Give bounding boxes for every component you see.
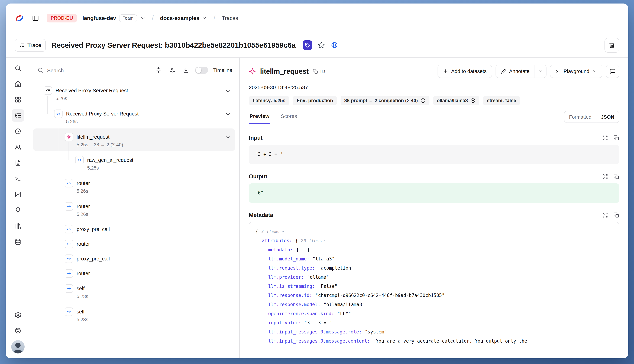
tree-node-router[interactable]: router 5.26s (30, 176, 239, 199)
format-formatted-button[interactable]: Formatted (564, 111, 596, 122)
sidebar-item-users[interactable] (12, 141, 24, 154)
sidebar-item-search[interactable] (12, 62, 24, 74)
generation-sparkle-icon (249, 68, 256, 75)
users-icon (15, 144, 22, 150)
tab-preview[interactable]: Preview (249, 110, 270, 124)
node-name: proxy_pre_call (77, 254, 110, 263)
expand-section-button[interactable] (602, 135, 608, 141)
add-to-datasets-button[interactable]: Add to datasets (438, 64, 492, 78)
plus-circle-icon[interactable] (470, 98, 476, 103)
info-icon[interactable] (420, 98, 426, 103)
tree-node-root[interactable]: Received Proxy Server Request 5.26s (30, 83, 239, 106)
span-arrows-icon (66, 227, 71, 232)
copy-section-button[interactable] (614, 174, 619, 179)
search-input[interactable] (47, 67, 149, 73)
sidebar-item-database[interactable] (12, 236, 24, 248)
project-switcher[interactable]: docs-examples (160, 15, 207, 21)
span-arrows-icon (66, 242, 71, 246)
token-usage-badge: 38 prompt → 2 completion (Σ 40) (340, 96, 429, 105)
expand-section-button[interactable] (602, 174, 608, 179)
span-arrows-icon (66, 204, 71, 209)
tree-settings-button[interactable] (167, 66, 177, 75)
playground-button[interactable]: Playground (550, 64, 602, 78)
timeline-toggle[interactable] (195, 67, 208, 74)
sidebar-toggle-button[interactable] (32, 14, 39, 22)
model-badge: ollama/llama3 (433, 96, 479, 105)
tree-node-proxy-pre-call[interactable]: proxy_pre_call (30, 222, 239, 236)
bookmark-button[interactable] (318, 42, 325, 49)
sidebar-item-settings[interactable] (12, 308, 24, 321)
terminal-icon (15, 175, 22, 182)
annotate-button[interactable]: Annotate (496, 65, 534, 78)
star-icon (318, 42, 325, 49)
dashboards-grid-icon (15, 96, 22, 103)
observation-header: litellm_request ID Add to datasets (249, 64, 619, 78)
json-line: llm.provider:"ollama" (256, 273, 612, 282)
expand-icon (602, 174, 608, 179)
tree-node-self[interactable]: self 5.23s (30, 304, 239, 327)
span-arrows-icon (66, 286, 71, 291)
node-name: Received Proxy Server Request (66, 110, 139, 118)
node-name: self (77, 308, 88, 316)
tree-node-proxy-pre-call[interactable]: proxy_pre_call (30, 251, 239, 266)
sidebar-item-support[interactable] (12, 324, 24, 337)
tags-button[interactable] (303, 40, 312, 50)
sidebar-item-playground[interactable] (12, 172, 24, 185)
sidebar-item-tracing[interactable] (12, 109, 24, 122)
json-line: input.value:"3 + 3 = " (256, 318, 612, 328)
sidebar-item-dashboards[interactable] (12, 93, 24, 106)
node-name: router (77, 240, 90, 248)
chevron-down-icon (538, 69, 543, 74)
json-line: attributes:{20 Items (256, 236, 612, 245)
file-icon (15, 159, 22, 166)
node-duration: 5.26s (77, 210, 88, 218)
download-button[interactable] (181, 66, 190, 75)
copy-section-button[interactable] (614, 212, 619, 218)
format-toggle: Formatted JSON (564, 111, 619, 123)
home-icon (15, 80, 22, 88)
terminal-icon (555, 68, 561, 74)
input-value: "3 + 3 = " (249, 144, 619, 164)
sidebar-item-scores[interactable] (12, 188, 24, 201)
expand-collapse-all-button[interactable] (154, 66, 163, 75)
tree-node-span[interactable]: Received Proxy Server Request 5.26s (30, 106, 239, 129)
chevron-down-icon[interactable] (225, 134, 231, 140)
span-arrows-icon (66, 181, 71, 186)
tree-node-router[interactable]: router 5.26s (30, 199, 239, 222)
public-link-button[interactable] (331, 42, 338, 49)
organization-switcher[interactable]: langfuse-dev Team (82, 14, 145, 22)
user-avatar[interactable] (11, 340, 25, 354)
annotate-dropdown-button[interactable] (534, 65, 546, 78)
comments-button[interactable] (606, 64, 619, 78)
copy-icon (614, 135, 619, 141)
copy-id-button[interactable]: ID (313, 68, 325, 74)
sidebar-item-sessions[interactable] (12, 125, 24, 138)
chevron-down-icon[interactable] (225, 111, 231, 117)
copy-icon (614, 174, 619, 179)
collapse-root-toggle[interactable]: 3 Items (261, 229, 285, 234)
tree-node-self[interactable]: self 5.23s (30, 281, 239, 304)
tree-node-litellm-request-selected[interactable]: litellm_request 5.25s38 → 2 (Σ 40) (30, 129, 239, 152)
tab-scores[interactable]: Scores (280, 110, 298, 123)
sidebar-item-prompts[interactable] (12, 156, 24, 169)
tree-node-raw-gen-ai-request[interactable]: raw_gen_ai_request 5.25s (30, 152, 239, 176)
observation-timestamp: 2025-09-30 18:48:25.537 (249, 84, 619, 90)
chevron-down-icon[interactable] (225, 88, 231, 94)
collapse-attributes-toggle[interactable]: 20 Items (301, 238, 327, 243)
copy-section-button[interactable] (614, 135, 619, 141)
plus-icon (443, 68, 449, 74)
json-line: metadata:{...} (256, 245, 612, 254)
delete-trace-button[interactable] (604, 38, 619, 52)
node-name: self (77, 284, 88, 293)
top-navigation-bar: PROD-EU langfuse-dev Team / docs-example… (6, 4, 628, 33)
sidebar-item-home[interactable] (12, 78, 24, 90)
sidebar-item-datasets[interactable] (12, 220, 24, 232)
tree-node-router[interactable]: router (30, 236, 239, 251)
sidebar-item-evaluations[interactable] (12, 204, 24, 216)
generation-sparkle-icon (66, 134, 71, 139)
format-json-button[interactable]: JSON (596, 111, 619, 122)
panel-left-icon (32, 14, 39, 22)
expand-section-button[interactable] (602, 212, 608, 218)
breadcrumb-traces-link[interactable]: Traces (222, 15, 238, 21)
tree-node-router[interactable]: router (30, 266, 239, 281)
